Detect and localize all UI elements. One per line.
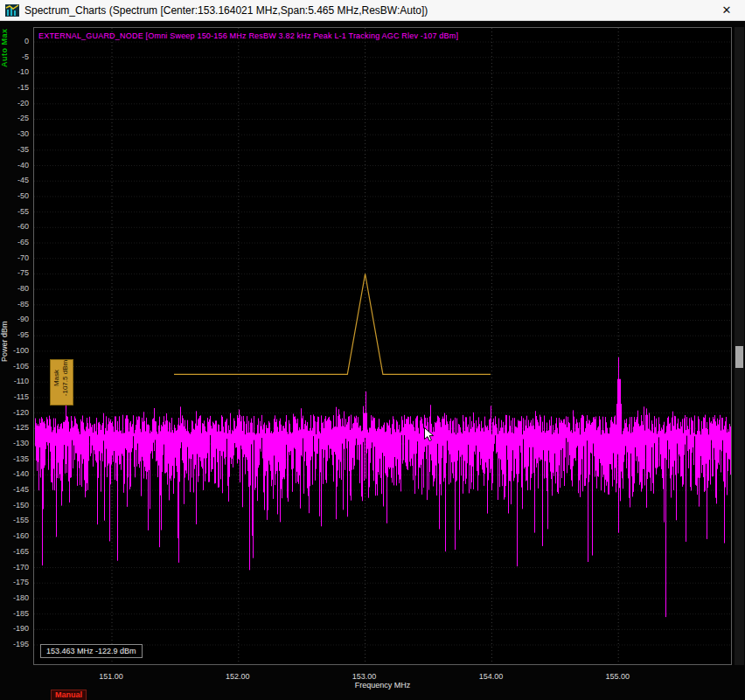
y-tick-label: -30: [0, 129, 29, 139]
x-tick-label: 153.00: [338, 672, 391, 681]
y-tick-label: -45: [0, 176, 29, 185]
plot-area[interactable]: EXTERNAL_GUARD_NODE [Omni Sweep 150-156 …: [33, 27, 732, 665]
y-tick-label: -10: [0, 67, 29, 77]
x-axis-title: Frequency MHz: [33, 681, 732, 690]
window-title: Spectrum_Charts (Spectrum [Center:153.16…: [24, 4, 428, 17]
y-tick-label: -165: [0, 547, 29, 557]
y-tick-label: -110: [0, 377, 29, 386]
y-tick-label: -160: [0, 531, 29, 541]
spectrum-svg: [34, 28, 731, 664]
y-tick-label: -100: [0, 346, 29, 356]
y-tick-label: -20: [0, 99, 29, 108]
y-tick-label: -150: [0, 501, 29, 510]
y-tick-label: -145: [0, 485, 29, 495]
title-bar: Spectrum_Charts (Spectrum [Center:153.16…: [0, 0, 745, 21]
mask-label-value: -107.5 dBm: [61, 356, 69, 401]
y-tick-label: -90: [0, 315, 29, 324]
y-tick-label: -125: [0, 423, 29, 433]
y-tick-label: -130: [0, 439, 29, 448]
y-tick-label: 0: [0, 37, 29, 46]
chart-title: EXTERNAL_GUARD_NODE [Omni Sweep 150-156 …: [38, 31, 458, 40]
y-tick-label: -135: [0, 454, 29, 464]
mode-indicator[interactable]: Manual: [51, 690, 87, 700]
vertical-scrollbar[interactable]: [735, 27, 744, 665]
y-tick-label: -95: [0, 330, 29, 340]
cursor-readout: 153.463 MHz -122.9 dBm: [40, 644, 143, 658]
mask-label-name: Mask: [52, 356, 60, 401]
y-tick-label: -75: [0, 268, 29, 278]
y-tick-label: -175: [0, 578, 29, 587]
y-tick-label: -60: [0, 222, 29, 232]
y-tick-label: -70: [0, 253, 29, 263]
y-tick-label: -140: [0, 469, 29, 479]
y-tick-label: -190: [0, 624, 29, 634]
y-tick-label: -50: [0, 191, 29, 201]
close-button[interactable]: ✕: [708, 0, 745, 21]
y-tick-label: -185: [0, 609, 29, 619]
y-tick-label: -195: [0, 640, 29, 649]
x-tick-label: 155.00: [591, 672, 644, 681]
y-axis-ticks: 0-5-10-15-20-25-30-35-40-45-50-55-60-65-…: [0, 27, 31, 665]
y-tick-label: -170: [0, 563, 29, 572]
y-tick-label: -5: [0, 52, 29, 62]
x-tick-label: 151.00: [85, 672, 137, 681]
y-tick-label: -105: [0, 362, 29, 371]
y-tick-label: -80: [0, 284, 29, 294]
y-tick-label: -85: [0, 300, 29, 309]
y-tick-label: -25: [0, 114, 29, 123]
y-tick-label: -115: [0, 392, 29, 402]
scrollbar-thumb[interactable]: [735, 346, 743, 368]
mask-label: Mask -107.5 dBm: [50, 359, 73, 405]
y-tick-label: -35: [0, 145, 29, 155]
app-icon: [5, 4, 19, 17]
x-tick-label: 154.00: [464, 672, 517, 681]
y-tick-label: -180: [0, 593, 29, 603]
y-tick-label: -155: [0, 516, 29, 525]
y-tick-label: -120: [0, 408, 29, 418]
y-tick-label: -40: [0, 161, 29, 170]
y-tick-label: -65: [0, 238, 29, 247]
chart-workspace: Auto Max Power dBm 0-5-10-15-20-25-30-35…: [0, 21, 745, 700]
x-tick-label: 152.00: [212, 672, 264, 681]
y-tick-label: -55: [0, 207, 29, 217]
y-tick-label: -15: [0, 83, 29, 93]
